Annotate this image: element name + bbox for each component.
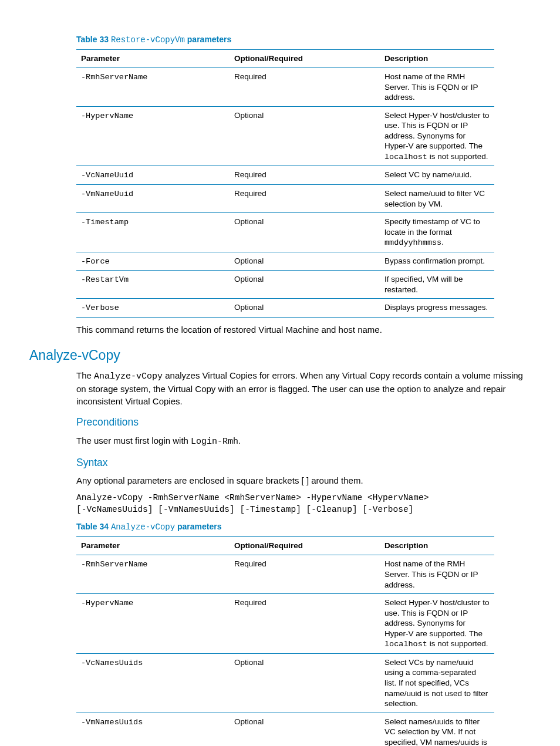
- param-code: -HypervName: [81, 599, 133, 607]
- param-cell: -VcNamesUuids: [76, 653, 230, 713]
- optional-cell: Optional: [230, 271, 380, 299]
- table-row: -VcNamesUuidsOptionalSelect VCs by name/…: [76, 653, 494, 713]
- section-intro: The Analyze-vCopy analyzes Virtual Copie…: [76, 369, 525, 407]
- table-33-caption: Table 33 Restore-vCopyVm parameters: [76, 34, 525, 46]
- desc-post: is not supported.: [427, 152, 488, 161]
- param-code: -RmhServerName: [81, 73, 147, 82]
- desc-pre: If specified, VM will be restarted.: [384, 275, 463, 294]
- description-cell: Displays progress messages.: [380, 299, 494, 318]
- param-code: -Verbose: [81, 303, 119, 312]
- optional-cell: Required: [230, 68, 380, 107]
- param-cell: -HypervName: [76, 106, 230, 166]
- table-33-header-parameter: Parameter: [76, 49, 230, 67]
- description-cell: Host name of the RMH Server. This is FQD…: [380, 555, 494, 594]
- optional-cell: Optional: [230, 653, 380, 713]
- syntax-heading: Syntax: [76, 456, 525, 470]
- desc-code: localhost: [384, 640, 427, 649]
- optional-cell: Required: [230, 555, 380, 594]
- param-cell: -RmhServerName: [76, 555, 230, 594]
- param-cell: -HypervName: [76, 594, 230, 654]
- table-row: -ForceOptionalBypass confirmation prompt…: [76, 252, 494, 271]
- description-cell: Host name of the RMH Server. This is FQD…: [380, 68, 494, 107]
- table-34-header-parameter: Parameter: [76, 537, 230, 555]
- section-title-analyze-vcopy: Analyze-vCopy: [29, 346, 525, 364]
- description-cell: Select names/uuids to filter VC selectio…: [380, 713, 494, 746]
- param-code: -VcNamesUuids: [81, 659, 143, 667]
- desc-pre: Host name of the RMH Server. This is FQD…: [384, 72, 478, 102]
- description-cell: Select Hyper-V host/cluster to use. This…: [380, 106, 494, 166]
- param-code: -VcNameUuid: [81, 171, 133, 180]
- param-cell: -Verbose: [76, 299, 230, 318]
- param-cell: -Force: [76, 252, 230, 271]
- table-34-header-description: Description: [380, 537, 494, 555]
- desc-pre: Select Hyper-V host/cluster to use. This…: [384, 111, 490, 151]
- table-row: -RmhServerNameRequiredHost name of the R…: [76, 555, 494, 594]
- optional-cell: Optional: [230, 106, 380, 166]
- precond-code: Login-Rmh: [191, 437, 238, 447]
- description-cell: Select name/uuid to filter VC selection …: [380, 185, 494, 213]
- intro-code: Analyze-vCopy: [94, 372, 163, 382]
- desc-pre: Select names/uuids to filter VC selectio…: [384, 717, 487, 746]
- optional-cell: Required: [230, 166, 380, 185]
- table-34-header-optional: Optional/Required: [230, 537, 380, 555]
- table-33-number: Table 33: [76, 35, 109, 44]
- table-34-number: Table 34: [76, 522, 109, 531]
- desc-code: localhost: [384, 153, 427, 161]
- desc-pre: Select name/uuid to filter VC selection …: [384, 189, 485, 208]
- table-33-header-optional: Optional/Required: [230, 49, 380, 67]
- param-code: -VmNameUuid: [81, 190, 133, 198]
- optional-cell: Required: [230, 594, 380, 654]
- table-row: -TimestampOptionalSpecify timestamp of V…: [76, 213, 494, 252]
- description-cell: Bypass confirmation prompt.: [380, 252, 494, 271]
- param-cell: -Timestamp: [76, 213, 230, 252]
- optional-cell: Optional: [230, 299, 380, 318]
- desc-post: is not supported.: [427, 639, 488, 648]
- param-code: -Force: [81, 257, 110, 266]
- optional-cell: Optional: [230, 213, 380, 252]
- desc-pre: Host name of the RMH Server. This is FQD…: [384, 559, 478, 589]
- param-code: -RestartVm: [81, 275, 129, 284]
- desc-pre: Select VCs by name/uuid using a comma-se…: [384, 658, 488, 708]
- table-34-params-label: parameters: [177, 522, 222, 531]
- desc-pre: Select Hyper-V host/cluster to use. This…: [384, 598, 490, 638]
- preconditions-text: The user must first login with Login-Rmh…: [76, 434, 525, 448]
- table-33: Parameter Optional/Required Description …: [76, 49, 494, 318]
- param-code: -Timestamp: [81, 218, 129, 227]
- description-cell: Specify timestamp of VC to locate in the…: [380, 213, 494, 252]
- description-cell: If specified, VM will be restarted.: [380, 271, 494, 299]
- param-cell: -VmNameUuid: [76, 185, 230, 213]
- table-34-caption: Table 34 Analyze-vCopy parameters: [76, 521, 525, 533]
- table-34: Parameter Optional/Required Description …: [76, 536, 494, 746]
- description-cell: Select Hyper-V host/cluster to use. This…: [380, 594, 494, 654]
- desc-pre: Select VC by name/uuid.: [384, 170, 472, 179]
- precond-pre: The user must first login with: [76, 436, 191, 445]
- param-cell: -VcNameUuid: [76, 166, 230, 185]
- precond-post: .: [238, 436, 241, 445]
- table-33-header-description: Description: [380, 49, 494, 67]
- table-34-command: Analyze-vCopy: [111, 522, 175, 532]
- optional-cell: Optional: [230, 252, 380, 271]
- table-row: -HypervNameRequiredSelect Hyper-V host/c…: [76, 594, 494, 654]
- table-row: -RestartVmOptionalIf specified, VM will …: [76, 271, 494, 299]
- desc-code: mmddyyhhmmss: [384, 238, 441, 247]
- intro-pre: The: [76, 370, 94, 380]
- desc-pre: Displays progress messages.: [384, 303, 488, 312]
- table-33-note: This command returns the location of res…: [76, 323, 525, 336]
- syntax-code-block: Analyze-vCopy -RmhServerName <RmhServerN…: [76, 492, 525, 515]
- table-row: -VmNameUuidRequiredSelect name/uuid to f…: [76, 185, 494, 213]
- preconditions-heading: Preconditions: [76, 416, 525, 430]
- desc-pre: Bypass confirmation prompt.: [384, 256, 485, 265]
- desc-post: .: [441, 238, 444, 247]
- table-row: -HypervNameOptionalSelect Hyper-V host/c…: [76, 106, 494, 166]
- description-cell: Select VC by name/uuid.: [380, 166, 494, 185]
- param-code: -RmhServerName: [81, 560, 147, 569]
- param-code: -VmNamesUuids: [81, 718, 143, 727]
- optional-cell: Optional: [230, 713, 380, 746]
- table-33-command: Restore-vCopyVm: [111, 35, 185, 45]
- table-33-params-label: parameters: [187, 35, 232, 44]
- table-row: -VerboseOptionalDisplays progress messag…: [76, 299, 494, 318]
- table-row: -VcNameUuidRequiredSelect VC by name/uui…: [76, 166, 494, 185]
- desc-pre: Specify timestamp of VC to locate in the…: [384, 217, 480, 237]
- table-row: -VmNamesUuidsOptionalSelect names/uuids …: [76, 713, 494, 746]
- syntax-note: Any optional parameters are enclosed in …: [76, 474, 525, 487]
